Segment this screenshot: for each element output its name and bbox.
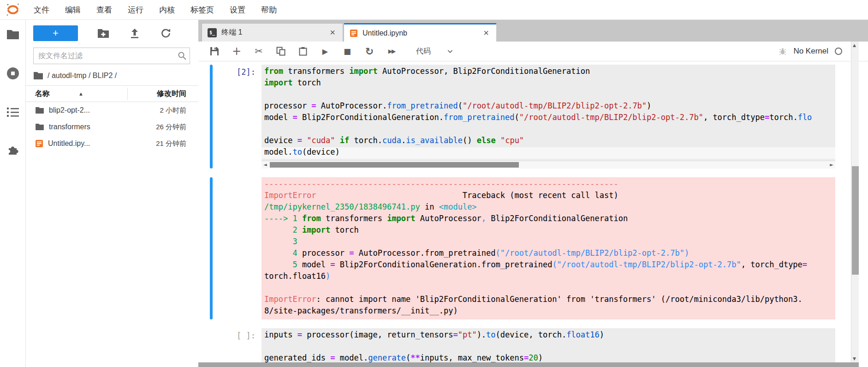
code-line: 8/site-packages/transformers/__init__.py… xyxy=(262,306,835,318)
scroll-up-icon[interactable]: ▲ xyxy=(853,43,856,48)
code-line xyxy=(262,283,835,295)
code-line: ----> 1 from transformers import AutoPro… xyxy=(262,214,835,225)
copy-cells-icon[interactable] xyxy=(276,46,286,57)
code-line[interactable]: from transformers import AutoProcessor, … xyxy=(262,66,835,78)
folder-icon xyxy=(35,123,44,131)
file-name: Untitled.ipy... xyxy=(48,139,90,148)
code-editor[interactable]: inputs = processor(image, return_tensors… xyxy=(262,328,835,367)
table-of-contents-icon[interactable] xyxy=(6,107,19,120)
menu-tabs[interactable]: 标签页 xyxy=(183,5,222,15)
window-bottom-edge xyxy=(198,362,859,367)
menu-file[interactable]: 文件 xyxy=(26,5,57,15)
notebook-area: [2]: from transformers import AutoProces… xyxy=(198,61,868,367)
file-browser-panel: + xyxy=(26,20,198,367)
file-row-blip2[interactable]: blip2-opt-2... 2 小时前 xyxy=(26,102,198,119)
running-sessions-icon[interactable] xyxy=(6,66,20,82)
file-modified: 26 分钟前 xyxy=(156,123,198,132)
kernel-indicator-icon[interactable] xyxy=(835,48,842,55)
code-line: 4 processor = AutoProcessor.from_pretrai… xyxy=(262,248,835,260)
restart-kernel-icon[interactable]: ↻ xyxy=(364,46,375,57)
debugger-bug-icon[interactable] xyxy=(779,47,787,55)
notebook-file-icon xyxy=(35,139,43,148)
cell-type-dropdown[interactable]: 代码 xyxy=(416,47,454,56)
scroll-right-icon[interactable]: ► xyxy=(830,162,833,167)
code-line[interactable]: model.to(device) xyxy=(262,147,835,159)
horizontal-scrollbar[interactable]: ◄ ► xyxy=(262,161,835,168)
error-output-cell: ----------------------------------------… xyxy=(198,177,868,319)
file-filter-input[interactable] xyxy=(33,48,190,64)
column-name[interactable]: 名称 xyxy=(35,89,50,99)
tab-label: 终端 1 xyxy=(221,28,242,37)
close-icon[interactable]: × xyxy=(482,28,491,38)
tab-label: Untitled.ipynb xyxy=(363,29,407,37)
code-line: torch.float16) xyxy=(262,271,835,283)
column-modified[interactable]: 修改时间 xyxy=(157,89,198,99)
breadcrumb-path: / autodl-tmp / BLIP2 / xyxy=(48,72,117,80)
new-launcher-button[interactable]: + xyxy=(33,25,78,41)
refresh-icon[interactable] xyxy=(160,27,172,39)
code-line: ImportError: cannot import name 'Blip2Fo… xyxy=(262,295,835,306)
restart-run-all-icon[interactable]: ▶▶ xyxy=(386,46,397,57)
menu-kernel[interactable]: 内核 xyxy=(151,5,183,15)
tab-untitled-notebook[interactable]: Untitled.ipynb × xyxy=(344,23,496,42)
terminal-icon: $_ xyxy=(208,28,217,37)
code-line: ----------------------------------------… xyxy=(262,179,835,191)
code-line[interactable] xyxy=(262,124,835,136)
file-name: transformers xyxy=(49,123,90,131)
scroll-down-icon[interactable]: ▼ xyxy=(853,356,856,361)
app-logo-icon xyxy=(0,2,26,17)
menu-run[interactable]: 运行 xyxy=(120,5,151,15)
vertical-scrollbar[interactable]: ▲ ▼ xyxy=(851,42,859,362)
file-modified: 2 小时前 xyxy=(160,106,198,115)
search-icon xyxy=(177,51,187,63)
upload-icon[interactable] xyxy=(129,27,141,39)
code-line[interactable]: import torch xyxy=(262,78,835,90)
code-line[interactable]: device = "cuda" if torch.cuda.is_availab… xyxy=(262,136,835,147)
cut-cells-icon[interactable]: ✂ xyxy=(254,46,264,57)
file-browser-toolbar: + xyxy=(26,20,198,44)
cell-type-value: 代码 xyxy=(416,47,431,56)
notebook-icon xyxy=(350,29,358,37)
column-divider xyxy=(127,88,128,100)
code-line[interactable]: model = Blip2ForConditionalGeneration.fr… xyxy=(262,113,835,124)
code-line[interactable]: processor = AutoProcessor.from_pretraine… xyxy=(262,101,835,113)
close-icon[interactable]: × xyxy=(328,27,337,38)
code-line: 5 model = Blip2ForConditionalGeneration.… xyxy=(262,260,835,271)
menu-settings[interactable]: 设置 xyxy=(222,5,253,15)
menu-help[interactable]: 帮助 xyxy=(253,5,285,15)
file-browser-icon[interactable] xyxy=(6,29,19,42)
menu-edit[interactable]: 编辑 xyxy=(57,5,89,15)
breadcrumb[interactable]: / autodl-tmp / BLIP2 / xyxy=(26,66,198,85)
code-line[interactable] xyxy=(262,342,835,353)
file-filter xyxy=(33,48,191,64)
file-list-header: 名称 ▲ 修改时间 xyxy=(26,85,198,102)
paste-cells-icon[interactable] xyxy=(298,46,308,57)
file-row-transformers[interactable]: transformers 26 分钟前 xyxy=(26,119,198,135)
file-row-untitled-notebook[interactable]: Untitled.ipy... 21 分钟前 xyxy=(26,135,198,152)
run-cell-icon[interactable]: ▶ xyxy=(320,46,330,57)
menu-view[interactable]: 查看 xyxy=(89,5,120,15)
folder-icon xyxy=(33,72,43,80)
sort-ascending-icon[interactable]: ▲ xyxy=(78,91,83,96)
notebook-toolbar: + ✂ ▶ ■ ↻ ▶▶ 代码 xyxy=(198,42,868,61)
code-line[interactable]: inputs = processor(image, return_tensors… xyxy=(262,330,835,342)
code-editor[interactable]: from transformers import AutoProcessor, … xyxy=(262,65,835,161)
save-icon[interactable] xyxy=(209,46,220,57)
file-name: blip2-opt-2... xyxy=(49,106,90,114)
code-line[interactable] xyxy=(262,90,835,101)
add-cell-icon[interactable]: + xyxy=(232,46,242,57)
tab-terminal-1[interactable]: $_ 终端 1 × xyxy=(202,23,343,42)
scroll-left-icon[interactable]: ◄ xyxy=(263,162,267,167)
file-modified: 21 分钟前 xyxy=(156,139,198,148)
stop-kernel-icon[interactable]: ■ xyxy=(342,46,352,57)
new-folder-icon[interactable] xyxy=(97,27,109,39)
tab-bar: $_ 终端 1 × Untitled.ipynb × xyxy=(198,20,868,42)
horizontal-scrollbar-thumb[interactable] xyxy=(270,162,519,168)
menu-bar: 文件 编辑 查看 运行 内核 标签页 设置 帮助 xyxy=(0,0,868,20)
code-line: /tmp/ipykernel_2350/1838496741.py in <mo… xyxy=(262,202,835,214)
code-line: 2 import torch xyxy=(262,225,835,237)
vertical-scrollbar-thumb[interactable] xyxy=(852,166,859,275)
kernel-status-label[interactable]: No Kernel xyxy=(793,47,828,56)
input-prompt: [ ]: xyxy=(213,328,262,367)
extensions-icon[interactable] xyxy=(6,144,19,159)
